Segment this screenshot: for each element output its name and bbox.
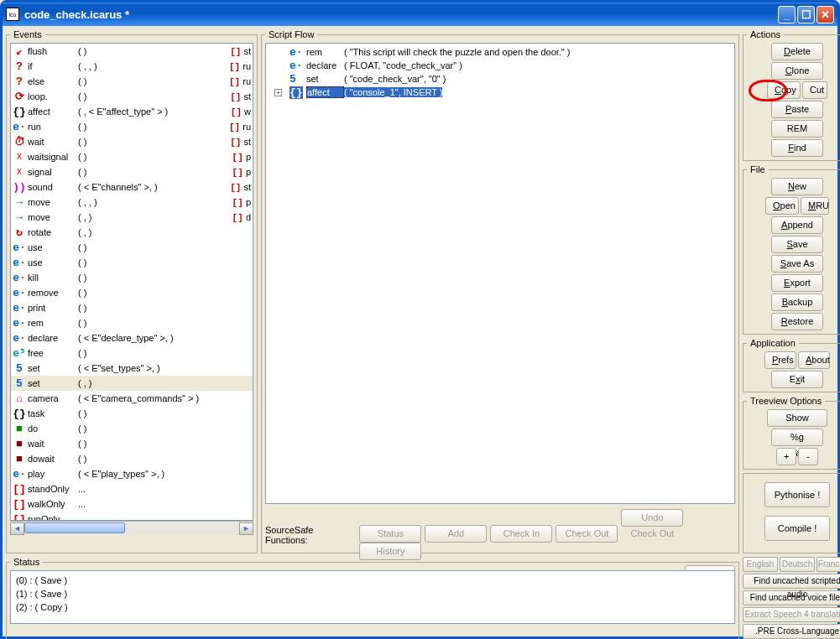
compile-panel: Pythonise ! Compile ! [743,473,840,553]
scroll-right-icon[interactable]: ► [239,522,253,535]
restore-button[interactable]: Restore [771,313,823,330]
sourcesafe-row: SourceSafe Functions: StatusAddCheck InC… [265,509,735,560]
event-row-walkOnly[interactable]: []walkOnly... [11,496,253,512]
expand-icon[interactable]: + [274,89,282,96]
ss-check-out[interactable]: Check Out [556,525,618,543]
event-row-else[interactable]: ?else( )[] ru [11,74,253,89]
close-button[interactable]: ✕ [817,6,834,23]
lang-english[interactable]: English [743,557,778,572]
scriptflow-row-affect[interactable]: +{}affect( "console_1", INSERT ) [268,86,733,99]
saveas-button[interactable]: Save As [771,255,823,273]
event-row-use[interactable]: e·use( ) [11,255,253,270]
event-row-free[interactable]: e⁵free( ) [11,345,253,361]
mru-button[interactable]: MRU [801,197,829,215]
event-row-set[interactable]: 5set( < E"set_types" >, ) [11,361,253,376]
event-row-loop.[interactable]: ⟳loop.( )[] st [11,89,253,104]
bottom--pre-cross-language-check[interactable]: .PRE Cross-Language check [743,624,840,639]
pythonise-button[interactable]: Pythonise ! [764,482,830,507]
export-button[interactable]: Export [771,274,823,292]
event-row-runOnly[interactable]: []runOnly... [11,512,253,521]
maximize-button[interactable]: ☐ [797,6,815,23]
event-row-print[interactable]: e·print( ) [11,300,253,315]
event-row-if[interactable]: ?if( , , )[] ru [11,59,253,74]
event-row-task[interactable]: {}task( ) [11,406,253,421]
copy-button[interactable]: Copy [767,81,801,99]
append-button[interactable]: Append [771,216,823,234]
event-name: flush [28,46,78,56]
event-row-waitsignal[interactable]: ☓waitsignal( )[] p [11,149,253,164]
event-row-signal[interactable]: ☓signal( )[] p [11,164,253,179]
event-row-dowait[interactable]: ■dowait( ) [11,451,253,466]
bracket-icon: [] [232,213,243,223]
event-row-affect[interactable]: {}affect( , < E"affect_type" > )[] w [11,104,253,119]
scroll-thumb[interactable] [24,522,125,533]
ss-check-in[interactable]: Check In [490,525,552,543]
events-list[interactable]: ↙flush( )[] st?if( , , )[] ru?else( )[] … [10,43,253,521]
event-row-standOnly[interactable]: []standOnly... [11,481,253,496]
event-signature: ( ) [78,273,86,283]
exit-button[interactable]: Exit [771,371,823,388]
lang-francais[interactable]: Francais [817,557,840,572]
bottom-right-panel: English Deutsch Francais Find uncached s… [743,557,840,639]
prefs-button[interactable]: Prefs [764,351,796,369]
bottom-find-uncached-voice-files[interactable]: Find uncached voice files [743,590,840,605]
scriptflow-sig: ( "code_check_var", "0" ) [344,74,446,84]
event-row-rotate[interactable]: ↻rotate( , ) [11,225,253,240]
event-row-flush[interactable]: ↙flush( )[] st [11,44,253,59]
compile-button[interactable]: Compile ! [764,516,830,541]
lang-deutsch[interactable]: Deutsch [780,557,815,572]
application-legend: Application [747,338,799,348]
ss-undo-check-out[interactable]: Undo Check Out [621,509,683,527]
cut-button[interactable]: Cut [802,81,827,99]
event-icon: e· [13,257,26,269]
event-row-do[interactable]: ■do( ) [11,421,253,436]
event-row-move[interactable]: →move( , , )[] p [11,195,253,210]
clone-button[interactable]: Clone [771,62,823,80]
open-button[interactable]: Open [765,197,799,215]
event-signature: ( < E"set_types" >, ) [78,363,160,373]
ss-add[interactable]: Add [425,525,487,543]
scriptflow-row-rem[interactable]: e·rem( "This script will check the puzzl… [268,45,733,59]
event-row-remove[interactable]: e·remove( ) [11,285,253,300]
event-signature: ( ) [78,439,86,449]
bottom-extract-speech-translation[interactable]: Extract Speech 4 translation [743,607,840,622]
status-panel: Status (0) : ( Save )(1) : ( Save )(2) :… [6,557,739,639]
event-row-rem[interactable]: e·rem( ) [11,315,253,330]
expand-button[interactable]: + [776,448,796,465]
showtypes-button[interactable]: Show Types [767,409,827,427]
new-button[interactable]: New [771,178,823,195]
event-row-play[interactable]: e·play( < E"play_types" >, ) [11,466,253,481]
event-name: if [28,61,78,71]
event-row-set[interactable]: 5set( , ) [11,376,253,391]
event-row-camera[interactable]: ⌂camera( < E"camera_commands" > ) [11,391,253,406]
event-row-kill[interactable]: e·kill( ) [11,270,253,285]
event-row-run[interactable]: e·run( )[] ru [11,119,253,134]
rem-button[interactable]: REM [771,120,823,138]
gfloats-button[interactable]: %g floats [771,429,823,446]
titlebar[interactable]: ico code_check.icarus * _ ☐ ✕ [3,3,837,26]
bottom-find-uncached-scripted-audio[interactable]: Find uncached scripted audio [743,574,840,589]
save-button[interactable]: Save [771,236,823,253]
event-name: wait [28,439,78,449]
find-button[interactable]: Find [771,139,823,157]
event-row-move[interactable]: →move( , )[] d [11,210,253,225]
event-row-use[interactable]: e·use( ) [11,240,253,255]
event-row-sound[interactable]: ))sound( < E"channels" >, )[] st [11,179,253,195]
collapse-button[interactable]: - [798,448,818,465]
event-row-wait[interactable]: ⏱wait( )[] st [11,134,253,149]
event-row-wait[interactable]: ■wait( ) [11,436,253,451]
scriptflow-tree[interactable]: e·rem( "This script will check the puzzl… [265,43,735,504]
about-button[interactable]: About [798,351,830,369]
paste-button[interactable]: Paste [771,101,823,118]
delete-button[interactable]: Delete [771,43,823,60]
scriptflow-row-set[interactable]: 5set( "code_check_var", "0" ) [268,72,733,86]
event-name: camera [28,393,78,403]
minimize-button[interactable]: _ [778,6,796,23]
backup-button[interactable]: Backup [771,294,823,311]
scriptflow-row-declare[interactable]: e·declare( FLOAT, "code_check_var" ) [268,59,733,72]
events-scrollbar[interactable]: ◄ ► [10,521,253,535]
ss-status[interactable]: Status [359,525,421,543]
bracket-icon: [] [230,183,241,193]
event-row-declare[interactable]: e·declare( < E"declare_type" >, ) [11,330,253,345]
scroll-left-icon[interactable]: ◄ [10,522,24,535]
